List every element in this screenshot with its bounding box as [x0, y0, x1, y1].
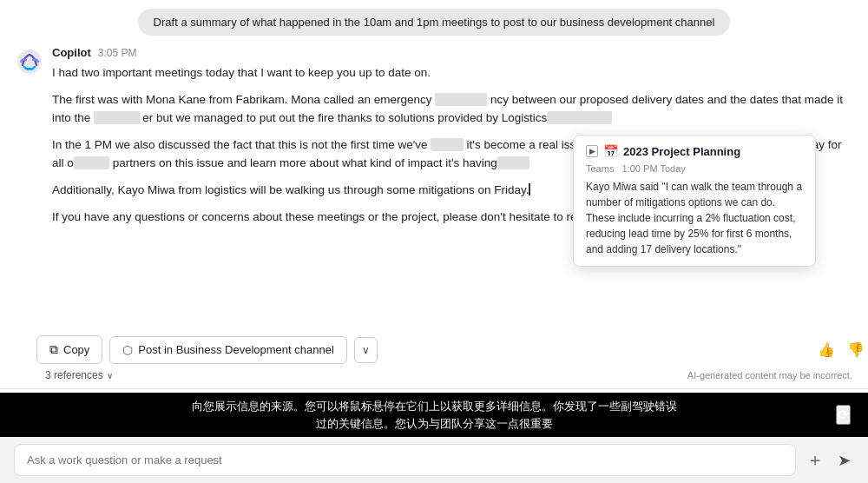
refresh-button[interactable]: ⟳: [836, 405, 851, 425]
thumbs-down-button[interactable]: 👎: [844, 338, 868, 361]
send-button[interactable]: ➤: [834, 447, 854, 473]
references-toggle[interactable]: 3 references ∨: [45, 369, 113, 381]
info-bar-text: 向您展示信息的来源。您可以将鼠标悬停在它们上以获取更多详细信息。你发现了一些副驾…: [192, 398, 677, 432]
add-button[interactable]: ＋: [803, 445, 827, 475]
info-bar: 向您展示信息的来源。您可以将鼠标悬停在它们上以获取更多详细信息。你发现了一些副驾…: [0, 393, 868, 437]
copy-button[interactable]: ⧉ Copy: [36, 335, 102, 364]
action-row: ⧉ Copy ⬡ Post in Business Development ch…: [0, 330, 868, 367]
references-label: 3 references: [45, 369, 103, 381]
post-chevron-button[interactable]: ∨: [354, 337, 378, 363]
masked-text-1: [435, 93, 487, 106]
masked-text-3: [547, 111, 612, 124]
teams-icon: ⬡: [122, 343, 133, 357]
tooltip-expand-icon[interactable]: ▶: [586, 145, 598, 157]
copilot-header: Copilot 3:05 PM: [52, 46, 852, 59]
copilot-avatar: [16, 48, 43, 76]
copy-icon: ⧉: [49, 342, 58, 357]
masked-text-5: [74, 156, 109, 169]
tooltip-card: ▶ 📅 2023 Project Planning Teams 1:00 PM …: [573, 135, 816, 267]
user-message-wrap: Draft a summary of what happened in the …: [0, 0, 868, 41]
tooltip-body: Kayo Miwa said "I can walk the team thro…: [586, 179, 803, 257]
tooltip-source: Teams: [586, 163, 614, 174]
copilot-time: 3:05 PM: [98, 47, 137, 59]
copilot-message-section: Copilot 3:05 PM I had two important meet…: [0, 41, 868, 330]
feedback-buttons: 👍 👎: [814, 338, 868, 361]
masked-text-4: [431, 138, 464, 151]
input-area: ＋ ➤: [0, 437, 868, 483]
tooltip-header: ▶ 📅 2023 Project Planning: [586, 144, 803, 158]
copilot-name: Copilot: [52, 46, 91, 59]
divider: [0, 388, 868, 389]
copy-label: Copy: [63, 343, 89, 356]
masked-text-2: [94, 111, 140, 124]
tooltip-title: 2023 Project Planning: [623, 145, 740, 158]
tooltip-time: 1:00 PM Today: [622, 163, 686, 174]
post-button[interactable]: ⬡ Post in Business Development channel: [109, 336, 346, 364]
ai-disclaimer: AI-generated content may be incorrect.: [687, 370, 852, 380]
paragraph-1: I had two important meetings today that …: [52, 64, 852, 83]
info-bar-line2: 过的关键信息。您认为与团队分享这一点很重要: [316, 417, 553, 430]
chat-input[interactable]: [14, 444, 796, 476]
info-bar-line1: 向您展示信息的来源。您可以将鼠标悬停在它们上以获取更多详细信息。你发现了一些副驾…: [192, 400, 677, 413]
thumbs-up-button[interactable]: 👍: [814, 338, 838, 361]
tooltip-icon-calendar: 📅: [603, 144, 618, 158]
post-label: Post in Business Development channel: [138, 343, 333, 356]
tooltip-meta: Teams 1:00 PM Today: [586, 163, 803, 174]
user-message-bubble: Draft a summary of what happened in the …: [138, 9, 731, 36]
references-chevron-icon: ∨: [107, 371, 113, 380]
cursor: [529, 183, 537, 195]
paragraph-2: The first was with Mona Kane from Fabrik…: [52, 91, 852, 128]
references-row: 3 references ∨ AI-generated content may …: [0, 367, 868, 385]
chevron-down-icon: ∨: [362, 344, 370, 356]
masked-text-6: [497, 156, 530, 169]
